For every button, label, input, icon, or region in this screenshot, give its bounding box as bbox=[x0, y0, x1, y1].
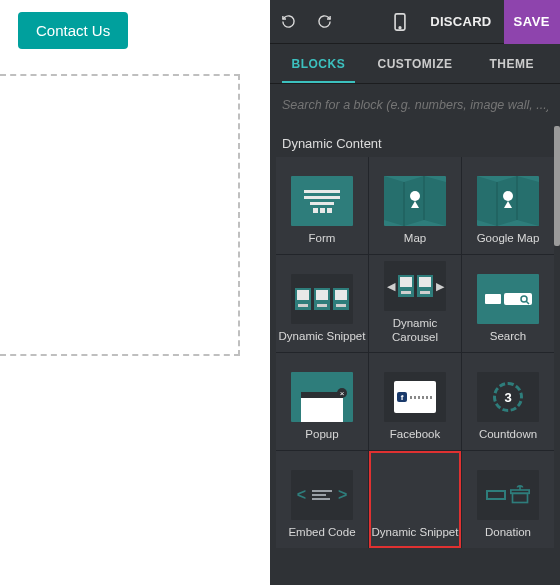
block-facebook[interactable]: f Facebook bbox=[369, 353, 461, 450]
block-label: Google Map bbox=[477, 232, 540, 246]
block-form[interactable]: Form bbox=[276, 157, 368, 254]
topbar: DISCARD SAVE bbox=[270, 0, 560, 44]
drop-zone[interactable] bbox=[0, 74, 240, 356]
block-label: Popup bbox=[305, 428, 338, 442]
block-dynamic-snippet-selected[interactable]: Dynamic Snippet bbox=[369, 451, 461, 548]
block-label: Map bbox=[404, 232, 426, 246]
dynamic-carousel-icon: ◀▶ bbox=[384, 261, 446, 311]
block-label: Donation bbox=[485, 526, 531, 540]
block-label: Dynamic Snippet bbox=[372, 526, 459, 540]
svg-point-2 bbox=[410, 191, 420, 201]
block-label: Form bbox=[309, 232, 336, 246]
section-title-dynamic-content: Dynamic Content bbox=[270, 126, 560, 157]
block-label: Search bbox=[490, 330, 526, 344]
block-countdown[interactable]: 3 Countdown bbox=[462, 353, 554, 450]
contact-us-button[interactable]: Contact Us bbox=[18, 12, 128, 49]
block-label: Dynamic Carousel bbox=[371, 317, 459, 344]
block-popup[interactable]: × Popup bbox=[276, 353, 368, 450]
popup-icon: × bbox=[291, 372, 353, 422]
undo-button[interactable] bbox=[270, 0, 306, 44]
dynamic-snippet-placeholder-icon bbox=[384, 470, 446, 520]
tab-theme[interactable]: THEME bbox=[463, 44, 560, 83]
redo-icon bbox=[317, 14, 332, 29]
svg-rect-8 bbox=[511, 490, 529, 493]
tab-blocks[interactable]: BLOCKS bbox=[270, 44, 367, 83]
block-search[interactable]: Search bbox=[462, 255, 554, 352]
editor-panel: DISCARD SAVE BLOCKS CUSTOMIZE THEME Dyna… bbox=[270, 0, 560, 585]
svg-point-1 bbox=[399, 26, 401, 28]
countdown-icon: 3 bbox=[477, 372, 539, 422]
block-dynamic-snippet[interactable]: Dynamic Snippet bbox=[276, 255, 368, 352]
google-map-icon bbox=[477, 176, 539, 226]
svg-point-3 bbox=[503, 191, 513, 201]
undo-icon bbox=[281, 14, 296, 29]
block-map[interactable]: Map bbox=[369, 157, 461, 254]
block-dynamic-carousel[interactable]: ◀▶ Dynamic Carousel bbox=[369, 255, 461, 352]
map-icon bbox=[384, 176, 446, 226]
tab-customize[interactable]: CUSTOMIZE bbox=[367, 44, 464, 83]
form-icon bbox=[291, 176, 353, 226]
facebook-icon: f bbox=[384, 372, 446, 422]
panel-tabs: BLOCKS CUSTOMIZE THEME bbox=[270, 44, 560, 84]
discard-button[interactable]: DISCARD bbox=[418, 0, 503, 44]
search-row bbox=[270, 84, 560, 126]
search-block-icon bbox=[477, 274, 539, 324]
block-label: Facebook bbox=[390, 428, 441, 442]
blocks-grid: Form Map Google Map Dynamic Snippet bbox=[276, 157, 554, 548]
page-canvas: Contact Us bbox=[0, 0, 270, 585]
block-google-map[interactable]: Google Map bbox=[462, 157, 554, 254]
block-search-input[interactable] bbox=[280, 92, 550, 118]
mobile-icon bbox=[394, 13, 406, 31]
block-label: Embed Code bbox=[288, 526, 355, 540]
svg-rect-7 bbox=[513, 493, 528, 502]
scrollbar[interactable] bbox=[554, 126, 560, 246]
block-label: Countdown bbox=[479, 428, 537, 442]
block-embed-code[interactable]: < > Embed Code bbox=[276, 451, 368, 548]
save-button[interactable]: SAVE bbox=[504, 0, 560, 44]
redo-button[interactable] bbox=[306, 0, 342, 44]
block-donation[interactable]: Donation bbox=[462, 451, 554, 548]
donation-icon bbox=[477, 470, 539, 520]
dynamic-snippet-icon bbox=[291, 274, 353, 324]
embed-code-icon: < > bbox=[291, 470, 353, 520]
mobile-preview-button[interactable] bbox=[382, 0, 418, 44]
block-label: Dynamic Snippet bbox=[279, 330, 366, 344]
